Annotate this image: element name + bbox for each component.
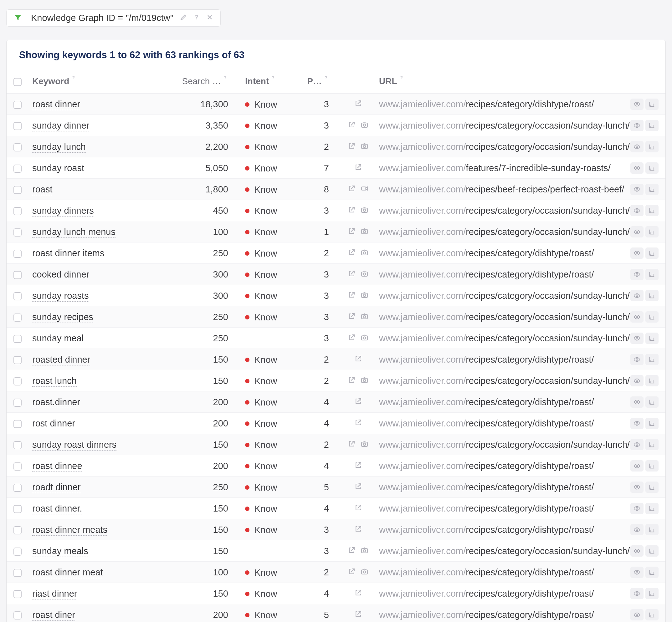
chart-button[interactable] (645, 205, 659, 216)
col-keyword[interactable]: Keyword? (29, 68, 150, 94)
url-link[interactable]: www.jamieoliver.com/recipes/category/occ… (375, 200, 625, 221)
external-link-icon[interactable] (348, 546, 356, 556)
view-button[interactable] (630, 396, 643, 408)
edit-icon[interactable] (180, 13, 187, 23)
external-link-icon[interactable] (354, 397, 362, 407)
chart-button[interactable] (645, 99, 659, 110)
view-button[interactable] (630, 120, 643, 131)
external-link-icon[interactable] (354, 482, 362, 492)
url-link[interactable]: www.jamieoliver.com/recipes/category/occ… (375, 370, 625, 391)
help-icon[interactable]: ? (322, 76, 329, 86)
url-link[interactable]: www.jamieoliver.com/recipes/category/dis… (375, 455, 625, 477)
url-link[interactable]: www.jamieoliver.com/recipes/category/occ… (375, 285, 625, 306)
view-button[interactable] (630, 226, 643, 238)
keyword-link[interactable]: sunday roast dinners (32, 440, 116, 451)
keyword-link[interactable]: sunday dinners (32, 206, 94, 216)
view-button[interactable] (630, 290, 643, 301)
video-icon[interactable] (361, 184, 368, 195)
view-button[interactable] (630, 503, 643, 514)
external-link-icon[interactable] (348, 312, 356, 322)
external-link-icon[interactable] (348, 248, 356, 258)
row-checkbox[interactable] (13, 271, 22, 279)
chart-button[interactable] (645, 290, 659, 301)
chart-button[interactable] (645, 566, 659, 578)
chart-button[interactable] (645, 545, 659, 557)
row-checkbox[interactable] (13, 143, 22, 151)
url-link[interactable]: www.jamieoliver.com/recipes/category/dis… (375, 583, 625, 604)
view-button[interactable] (630, 333, 643, 344)
external-link-icon[interactable] (354, 418, 362, 429)
url-link[interactable]: www.jamieoliver.com/recipes/category/occ… (375, 221, 625, 242)
view-button[interactable] (630, 460, 643, 472)
col-url[interactable]: URL? (375, 68, 625, 94)
url-link[interactable]: www.jamieoliver.com/recipes/category/occ… (375, 540, 625, 562)
row-checkbox[interactable] (13, 356, 22, 364)
row-checkbox[interactable] (13, 122, 22, 130)
camera-icon[interactable] (361, 312, 368, 322)
url-link[interactable]: www.jamieoliver.com/recipes/category/occ… (375, 434, 625, 455)
row-checkbox[interactable] (13, 526, 22, 534)
url-link[interactable]: www.jamieoliver.com/recipes/category/dis… (375, 477, 625, 498)
chart-button[interactable] (645, 503, 659, 514)
external-link-icon[interactable] (348, 269, 356, 280)
camera-icon[interactable] (361, 269, 368, 280)
chart-button[interactable] (645, 184, 659, 195)
url-link[interactable]: www.jamieoliver.com/recipes/category/dis… (375, 391, 625, 413)
external-link-icon[interactable] (348, 440, 356, 450)
keyword-link[interactable]: sunday lunch (32, 142, 86, 153)
keyword-link[interactable]: sunday dinner (32, 120, 89, 131)
col-search[interactable]: Search …? (150, 68, 241, 94)
row-checkbox[interactable] (13, 569, 22, 577)
url-link[interactable]: www.jamieoliver.com/recipes/category/dis… (375, 264, 625, 285)
external-link-icon[interactable] (354, 589, 362, 599)
help-icon[interactable]: ? (221, 76, 228, 86)
external-link-icon[interactable] (354, 99, 362, 109)
help-icon[interactable]: ? (397, 76, 404, 86)
url-link[interactable]: www.jamieoliver.com/recipes/category/occ… (375, 136, 625, 158)
external-link-icon[interactable] (348, 291, 356, 301)
row-checkbox[interactable] (13, 420, 22, 428)
view-button[interactable] (630, 311, 643, 322)
keyword-link[interactable]: rost dinner (32, 418, 75, 429)
view-button[interactable] (630, 545, 643, 557)
chart-button[interactable] (645, 269, 659, 280)
row-checkbox[interactable] (13, 377, 22, 385)
external-link-icon[interactable] (348, 206, 356, 216)
view-button[interactable] (630, 566, 643, 578)
chart-button[interactable] (645, 333, 659, 344)
external-link-icon[interactable] (354, 525, 362, 535)
url-link[interactable]: www.jamieoliver.com/recipes/category/dis… (375, 413, 625, 434)
row-checkbox[interactable] (13, 335, 22, 343)
camera-icon[interactable] (361, 567, 368, 578)
external-link-icon[interactable] (348, 227, 356, 237)
chart-button[interactable] (645, 120, 659, 131)
chart-button[interactable] (645, 226, 659, 238)
keyword-link[interactable]: roast dinnee (32, 461, 82, 472)
row-checkbox[interactable] (13, 462, 22, 471)
external-link-icon[interactable] (354, 163, 362, 173)
select-all-checkbox[interactable] (13, 78, 22, 86)
camera-icon[interactable] (361, 291, 368, 301)
col-position[interactable]: P…? (301, 68, 341, 94)
row-checkbox[interactable] (13, 611, 22, 620)
url-link[interactable]: www.jamieoliver.com/recipes/category/dis… (375, 349, 625, 370)
external-link-icon[interactable] (348, 333, 356, 344)
row-checkbox[interactable] (13, 441, 22, 449)
chart-button[interactable] (645, 311, 659, 322)
keyword-link[interactable]: sunday meals (32, 546, 88, 557)
row-checkbox[interactable] (13, 207, 22, 215)
url-link[interactable]: www.jamieoliver.com/features/7-incredibl… (375, 158, 625, 179)
row-checkbox[interactable] (13, 292, 22, 300)
view-button[interactable] (630, 375, 643, 386)
url-link[interactable]: www.jamieoliver.com/recipes/category/dis… (375, 562, 625, 583)
camera-icon[interactable] (361, 120, 368, 131)
chart-button[interactable] (645, 609, 659, 620)
view-button[interactable] (630, 141, 643, 152)
row-checkbox[interactable] (13, 548, 22, 556)
chart-button[interactable] (645, 460, 659, 472)
row-checkbox[interactable] (13, 101, 22, 109)
view-button[interactable] (630, 162, 643, 174)
keyword-link[interactable]: roast lunch (32, 376, 77, 387)
keyword-link[interactable]: roasted dinner (32, 354, 90, 366)
external-link-icon[interactable] (354, 610, 362, 620)
